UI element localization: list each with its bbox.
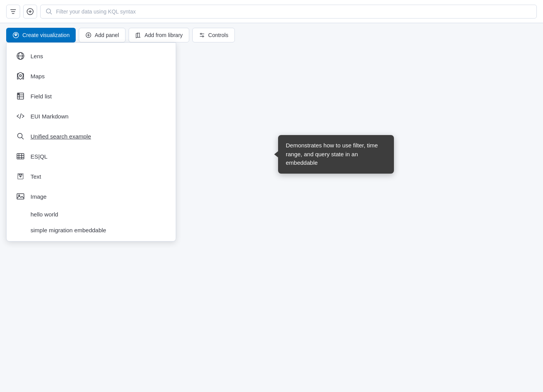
esql-icon [16,152,25,161]
add-from-library-label: Add from library [144,32,183,38]
field-list-icon [16,91,25,101]
text-label: Text [31,173,41,180]
maps-icon [16,71,25,81]
dropdown-item-unified-search[interactable]: Unified search example [7,126,176,146]
unified-search-tooltip: Demonstrates how to use filter, time ran… [278,135,394,174]
svg-point-6 [46,9,51,13]
add-button[interactable] [23,5,37,19]
search-placeholder: Filter your data using KQL syntax [56,8,136,15]
hello-world-label: hello world [31,211,58,218]
add-panel-icon [85,32,92,38]
filter-icon [9,8,17,15]
svg-rect-30 [17,154,24,159]
controls-button[interactable]: Controls [192,28,235,42]
plus-icon [26,8,34,15]
lens-icon [16,51,25,61]
field-list-label: Field list [31,93,52,100]
svg-rect-38 [17,194,24,199]
controls-icon [199,32,205,38]
dropdown-subitem-hello-world[interactable]: hello world [7,206,176,222]
dropdown-item-esql[interactable]: ES|QL [7,146,176,166]
svg-point-9 [15,34,17,36]
add-panel-label: Add panel [95,32,119,38]
toolbar: Filter your data using KQL syntax [0,0,543,23]
dropdown-item-maps[interactable]: Maps [7,66,176,86]
tooltip-text: Demonstrates how to use filter, time ran… [286,142,378,166]
svg-point-28 [18,133,22,138]
svg-point-17 [202,36,204,37]
create-visualization-button[interactable]: Create visualization [6,28,76,42]
svg-line-29 [22,137,24,139]
search-icon [45,8,53,15]
code-icon [16,112,25,121]
image-label: Image [31,193,47,200]
visualization-icon [12,32,19,39]
image-icon [16,192,25,201]
svg-point-21 [20,75,22,77]
filter-button[interactable] [6,5,20,19]
lens-label: Lens [31,53,43,59]
search-menu-icon [16,132,25,141]
simple-migration-label: simple migration embeddable [31,227,106,233]
svg-point-16 [200,33,202,34]
dropdown-item-eui-markdown[interactable]: EUI Markdown [7,106,176,126]
add-from-library-button[interactable]: Add from library [129,28,189,42]
dropdown-subitem-simple-migration[interactable]: simple migration embeddable [7,222,176,238]
maps-label: Maps [31,73,45,79]
add-panel-button[interactable]: Add panel [79,28,126,42]
svg-line-27 [20,113,21,119]
library-icon [135,32,141,38]
add-panel-dropdown: Lens Maps Field list [6,42,176,242]
eui-markdown-label: EUI Markdown [31,113,68,120]
text-icon [16,172,25,181]
controls-label: Controls [208,32,228,38]
dropdown-item-field-list[interactable]: Field list [7,86,176,106]
unified-search-label: Unified search example [31,133,91,140]
svg-point-26 [18,94,19,95]
dropdown-item-text[interactable]: Text [7,166,176,186]
esql-label: ES|QL [31,153,48,160]
svg-line-7 [50,13,52,14]
create-visualization-label: Create visualization [22,32,70,38]
dropdown-item-lens[interactable]: Lens [7,46,176,66]
search-bar[interactable]: Filter your data using KQL syntax [40,5,537,19]
dropdown-item-image[interactable]: Image [7,186,176,206]
